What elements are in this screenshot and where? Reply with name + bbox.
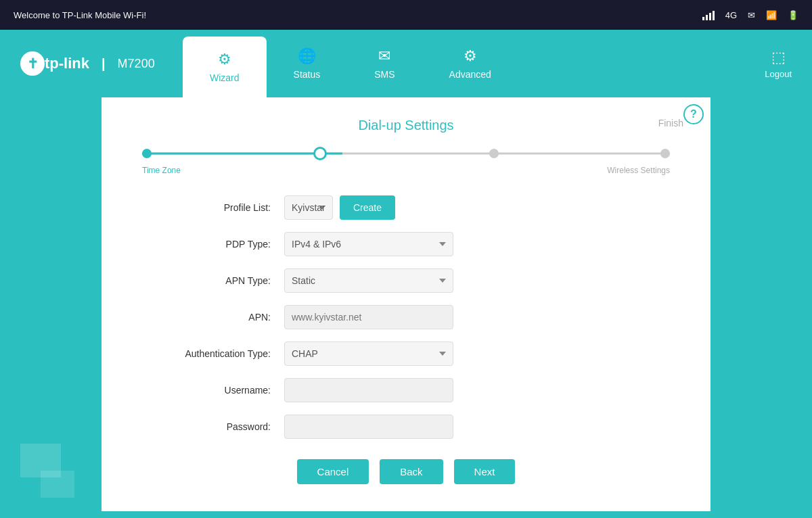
tab-wizard[interactable]: ⚙ Wizard (183, 37, 267, 97)
wizard-icon: ⚙ (218, 51, 231, 68)
progress-labels: Time Zone Wireless Settings (142, 166, 670, 175)
back-button[interactable]: Back (380, 459, 443, 484)
pdp-type-row: PDP Type: IPv4 & IPv6 IPv4 IPv6 (149, 232, 663, 256)
model-name: M7200 (118, 57, 155, 71)
status-bar-title: Welcome to TP-Link Mobile Wi-Fi! (14, 10, 146, 20)
apn-row: APN: (149, 305, 663, 329)
profile-list-row: Profile List: Kyivstar Default Create (149, 195, 663, 220)
status-bar-icons: 4G ✉ 📶 🔋 (702, 9, 798, 20)
profile-list-select[interactable]: Kyivstar Default (284, 195, 333, 220)
auth-type-row: Authentication Type: CHAP PAP None (149, 342, 663, 366)
status-label: Status (294, 69, 321, 80)
sms-icon: ✉ (378, 47, 390, 65)
apn-input[interactable] (284, 305, 453, 329)
apn-type-select[interactable]: Static Dynamic (284, 268, 453, 293)
pdp-type-label: PDP Type: (149, 239, 284, 250)
help-icon[interactable]: ? (683, 104, 704, 124)
create-button[interactable]: Create (340, 195, 395, 220)
nav-tabs: ⚙ Wizard 🌐 Status ✉ SMS ⚙ Advanced (183, 30, 744, 97)
progress-step-3 (489, 149, 499, 158)
password-row: Password: (149, 415, 663, 439)
logout-icon: ⬚ (771, 49, 786, 66)
username-row: Username: (149, 378, 663, 402)
navbar: ✝ tp-link | M7200 ⚙ Wizard 🌐 Status ✉ SM… (0, 30, 812, 97)
button-row: Cancel Back Next (129, 459, 683, 484)
sms-label: SMS (374, 69, 394, 80)
password-input[interactable] (284, 415, 453, 439)
4g-label: 4G (725, 10, 737, 20)
username-label: Username: (149, 385, 284, 396)
progress-step-4 (660, 149, 670, 158)
tab-status[interactable]: 🌐 Status (267, 30, 348, 97)
progress-dots (142, 147, 670, 160)
username-input[interactable] (284, 378, 453, 402)
tab-sms[interactable]: ✉ SMS (347, 30, 422, 97)
wifi-icon: 📶 (766, 10, 777, 20)
page-title: Dial-up Settings (129, 118, 683, 133)
label-timezone: Time Zone (142, 166, 181, 175)
apn-type-label: APN Type: (149, 275, 284, 286)
profile-list-controls: Kyivstar Default Create (284, 195, 395, 220)
label-wireless: Wireless Settings (607, 166, 670, 175)
logout-button[interactable]: ⬚ Logout (744, 30, 812, 97)
progress-step-2 (313, 147, 327, 160)
brand-name: tp-link (45, 55, 89, 72)
advanced-icon: ⚙ (464, 47, 477, 65)
form-section: Profile List: Kyivstar Default Create PD… (129, 195, 683, 439)
logout-label: Logout (765, 69, 792, 79)
next-button[interactable]: Next (454, 459, 516, 484)
progress-area: Time Zone Wireless Settings (129, 147, 683, 175)
apn-label: APN: (149, 312, 284, 323)
finish-label: Finish (658, 118, 683, 128)
auth-type-select[interactable]: CHAP PAP None (284, 342, 453, 366)
mail-icon: ✉ (748, 10, 755, 20)
status-icon: 🌐 (298, 47, 316, 65)
cancel-button[interactable]: Cancel (297, 459, 369, 484)
password-label: Password: (149, 421, 284, 432)
battery-icon: 🔋 (788, 10, 798, 20)
signal-icon (702, 9, 715, 20)
auth-type-label: Authentication Type: (149, 348, 284, 359)
logo-area: ✝ tp-link | M7200 (0, 30, 183, 97)
logo-text: tp-link | M7200 (45, 55, 155, 72)
wizard-label: Wizard (210, 72, 240, 83)
status-bar: Welcome to TP-Link Mobile Wi-Fi! 4G ✉ 📶 … (0, 0, 812, 30)
model-divider: | (102, 56, 106, 72)
bg-shape-2 (41, 471, 74, 498)
progress-step-1 (142, 149, 152, 158)
main-content: ? Dial-up Settings Finish Time Zone Wire… (102, 97, 710, 511)
progress-track (142, 147, 670, 160)
tab-advanced[interactable]: ⚙ Advanced (422, 30, 518, 97)
apn-type-row: APN Type: Static Dynamic (149, 268, 663, 293)
pdp-type-select[interactable]: IPv4 & IPv6 IPv4 IPv6 (284, 232, 453, 256)
profile-list-label: Profile List: (149, 202, 284, 213)
advanced-label: Advanced (449, 69, 491, 80)
logo-icon: ✝ (20, 51, 45, 76)
